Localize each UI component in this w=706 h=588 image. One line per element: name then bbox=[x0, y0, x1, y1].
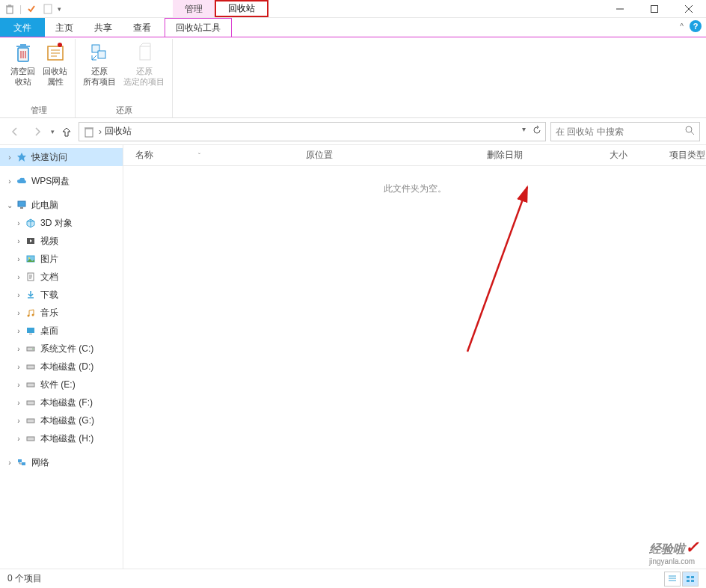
sidebar-videos[interactable]: ›视频 bbox=[0, 232, 123, 250]
close-button[interactable] bbox=[672, 0, 706, 17]
chevron-right-icon[interactable]: › bbox=[13, 327, 24, 335]
sidebar-drive-g[interactable]: ›本地磁盘 (G:) bbox=[0, 411, 123, 429]
minimize-button[interactable] bbox=[603, 0, 637, 17]
network-icon bbox=[15, 456, 28, 469]
star-icon bbox=[15, 150, 28, 164]
svg-rect-10 bbox=[98, 51, 105, 58]
column-header-name[interactable]: 名称ˇ bbox=[135, 149, 306, 162]
recycle-bin-icon[interactable] bbox=[3, 2, 16, 16]
sidebar-pictures[interactable]: ›图片 bbox=[0, 250, 123, 268]
column-header-date-deleted[interactable]: 删除日期 bbox=[487, 149, 610, 162]
title-bar: | ▾ 管理 回收站 bbox=[0, 0, 706, 18]
restore-all-label: 还原 所有项目 bbox=[83, 66, 116, 87]
sidebar-this-pc[interactable]: ⌄ 此电脑 bbox=[0, 196, 123, 214]
chevron-right-icon[interactable]: › bbox=[13, 291, 24, 299]
title-tab-recycle-bin[interactable]: 回收站 bbox=[215, 0, 268, 17]
search-input[interactable] bbox=[556, 126, 684, 137]
tab-file[interactable]: 文件 bbox=[0, 18, 45, 37]
sort-indicator-icon: ˇ bbox=[198, 152, 200, 159]
sidebar-drive-f[interactable]: ›本地磁盘 (F:) bbox=[0, 393, 123, 411]
svg-rect-31 bbox=[27, 437, 34, 441]
back-button[interactable] bbox=[6, 123, 24, 141]
sidebar-music[interactable]: ›音乐 bbox=[0, 304, 123, 322]
svg-line-14 bbox=[691, 132, 694, 135]
up-button[interactable] bbox=[59, 124, 74, 139]
chevron-right-icon[interactable]: › bbox=[13, 363, 24, 371]
chevron-right-icon[interactable]: › bbox=[4, 177, 15, 186]
chevron-right-icon[interactable]: › bbox=[13, 309, 24, 317]
sidebar-drive-d[interactable]: ›本地磁盘 (D:) bbox=[0, 358, 123, 376]
tab-home[interactable]: 主页 bbox=[45, 18, 84, 37]
drive-icon bbox=[24, 378, 37, 391]
search-box[interactable] bbox=[550, 122, 700, 141]
tab-view[interactable]: 查看 bbox=[123, 18, 162, 37]
ribbon: 清空回 收站 回收站 属性 管理 还原 所有项目 还原 选定的项目 还原 bbox=[0, 37, 706, 118]
sidebar-drive-e[interactable]: ›软件 (E:) bbox=[0, 376, 123, 393]
restore-selected-label: 还原 选定的项目 bbox=[123, 66, 165, 87]
chevron-right-icon[interactable]: › bbox=[13, 255, 24, 263]
empty-folder-message: 此文件夹为空。 bbox=[123, 183, 706, 195]
column-header-location[interactable]: 原位置 bbox=[306, 149, 487, 162]
chevron-right-icon[interactable]: › bbox=[13, 345, 24, 353]
forward-button[interactable] bbox=[28, 123, 46, 141]
chevron-right-icon[interactable]: › bbox=[13, 381, 24, 389]
help-icon[interactable]: ? bbox=[690, 20, 702, 32]
sidebar-drive-c[interactable]: ›系统文件 (C:) bbox=[0, 340, 123, 358]
chevron-right-icon[interactable]: › bbox=[13, 435, 24, 443]
restore-selected-button[interactable]: 还原 选定的项目 bbox=[120, 39, 168, 103]
svg-rect-24 bbox=[29, 334, 32, 334]
svg-rect-16 bbox=[20, 207, 23, 209]
chevron-right-icon[interactable]: › bbox=[4, 459, 15, 467]
svg-rect-33 bbox=[22, 462, 25, 465]
search-icon[interactable] bbox=[684, 125, 695, 138]
svg-rect-11 bbox=[140, 46, 150, 60]
svg-line-34 bbox=[467, 187, 527, 352]
sidebar-downloads[interactable]: ›下载 bbox=[0, 286, 123, 304]
address-bar[interactable]: › 回收站 ▾ bbox=[79, 122, 546, 141]
tab-share[interactable]: 共享 bbox=[84, 18, 123, 37]
checkmark-icon[interactable] bbox=[25, 2, 38, 16]
sidebar-documents[interactable]: ›文档 bbox=[0, 268, 123, 286]
recycle-props-button[interactable]: 回收站 属性 bbox=[40, 39, 70, 103]
svg-rect-28 bbox=[27, 383, 34, 387]
download-icon bbox=[24, 288, 37, 301]
sidebar-drive-h[interactable]: ›本地磁盘 (H:) bbox=[0, 429, 123, 447]
sidebar-quick-access[interactable]: › 快速访问 bbox=[0, 148, 123, 166]
maximize-button[interactable] bbox=[637, 0, 672, 17]
ribbon-group-restore-label: 还原 bbox=[80, 103, 168, 117]
sidebar-3d-objects[interactable]: ›3D 对象 bbox=[0, 214, 123, 232]
column-header-size[interactable]: 大小 bbox=[610, 149, 669, 162]
view-icons-button[interactable] bbox=[682, 572, 699, 587]
tab-recycle-tools[interactable]: 回收站工具 bbox=[165, 18, 232, 37]
history-dropdown-icon[interactable]: ▾ bbox=[51, 128, 55, 135]
breadcrumb-separator-icon: › bbox=[99, 126, 102, 137]
ribbon-collapse-icon[interactable]: ^ bbox=[680, 22, 684, 31]
chevron-down-icon[interactable]: ⌄ bbox=[4, 201, 15, 209]
chevron-right-icon[interactable]: › bbox=[13, 237, 24, 245]
document-icon[interactable] bbox=[41, 2, 55, 16]
chevron-right-icon[interactable]: › bbox=[13, 219, 24, 227]
sidebar-wps-cloud[interactable]: › WPS网盘 bbox=[0, 172, 123, 190]
svg-point-13 bbox=[686, 126, 692, 132]
empty-recycle-button[interactable]: 清空回 收站 bbox=[7, 39, 38, 103]
column-header-type[interactable]: 项目类型 bbox=[669, 149, 705, 162]
quick-access-toolbar: | ▾ bbox=[0, 2, 64, 16]
chevron-right-icon[interactable]: › bbox=[13, 399, 24, 407]
title-tab-manage[interactable]: 管理 bbox=[173, 0, 215, 17]
navigation-pane[interactable]: › 快速访问 › WPS网盘 ⌄ 此电脑 ›3D 对象 ›视频 ›图片 ›文档 … bbox=[0, 145, 123, 569]
qat-dropdown-icon[interactable]: ▾ bbox=[58, 5, 61, 13]
view-details-button[interactable] bbox=[664, 572, 681, 587]
chevron-right-icon[interactable]: › bbox=[13, 417, 24, 425]
chevron-right-icon[interactable]: › bbox=[13, 273, 24, 281]
svg-rect-23 bbox=[27, 328, 34, 333]
main-area: › 快速访问 › WPS网盘 ⌄ 此电脑 ›3D 对象 ›视频 ›图片 ›文档 … bbox=[0, 145, 706, 569]
sidebar-desktop[interactable]: ›桌面 bbox=[0, 322, 123, 340]
svg-rect-12 bbox=[85, 129, 93, 137]
chevron-right-icon[interactable]: › bbox=[4, 153, 15, 162]
breadcrumb-location[interactable]: 回收站 bbox=[105, 125, 132, 138]
refresh-icon[interactable] bbox=[532, 125, 542, 138]
restore-all-button[interactable]: 还原 所有项目 bbox=[80, 39, 119, 103]
address-dropdown-icon[interactable]: ▾ bbox=[522, 125, 526, 138]
sidebar-network[interactable]: › 网络 bbox=[0, 453, 123, 471]
title-context-tabs: 管理 回收站 bbox=[173, 0, 268, 17]
